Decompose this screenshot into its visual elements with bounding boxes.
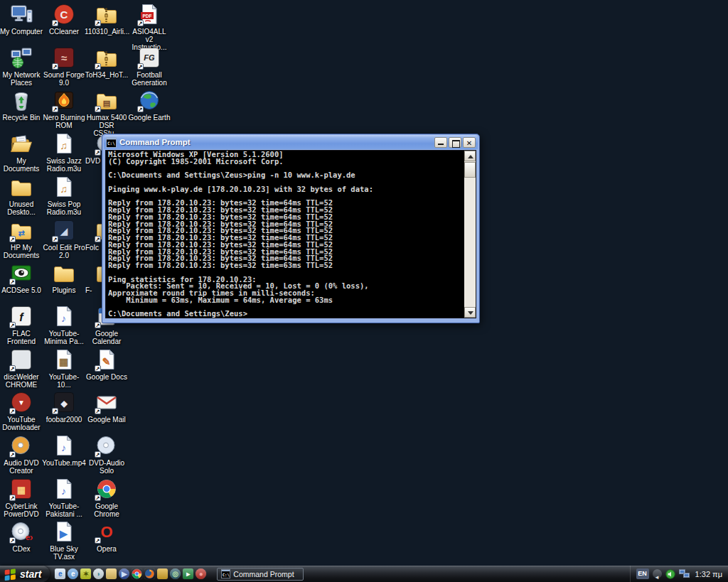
shortcut-arrow-icon: ↗ — [52, 106, 58, 112]
desktop-icon-hp-my-documents[interactable]: ⇄↗ HP My Documents — [0, 219, 43, 259]
scroll-up-button[interactable] — [464, 151, 476, 161]
desktop-icon-label-dvd[interactable]: DVD — [85, 157, 102, 165]
asio4all-v2-instructio-icon: PDF↗ — [138, 3, 161, 26]
scrollbar[interactable] — [464, 151, 476, 318]
sound-forge-9-0-icon: ≈↗ — [53, 46, 75, 69]
svg-text:PDF: PDF — [143, 14, 152, 18]
desktop-icon-google-mail[interactable]: ↗ Google Mail — [85, 391, 128, 424]
shortcut-arrow-icon: ↗ — [95, 20, 101, 26]
desktop-icon-google-earth[interactable]: ↗ Google Earth — [128, 89, 171, 122]
svg-text:♫: ♫ — [60, 183, 68, 195]
winamp-icon[interactable] — [157, 568, 168, 579]
cyberlink-powerdvd-icon: ▦↗ — [10, 478, 33, 500]
close-button[interactable] — [463, 137, 476, 148]
desktop-icon-foobar2000[interactable]: ◆↗ foobar2000 — [43, 391, 85, 424]
desktop-icon-opera[interactable]: O↗ Opera — [85, 520, 128, 553]
desktop-icon-plugins[interactable]: Plugins — [43, 262, 85, 294]
window-controls — [434, 137, 476, 148]
video-app-icon[interactable]: ▸ — [183, 568, 193, 579]
dvd-audio-solo-icon: ↗ — [95, 434, 118, 457]
console-line: (C) Copyright 1985-2001 Microsoft Corp. — [108, 158, 464, 166]
my-documents-icon — [10, 132, 33, 155]
firefox-icon[interactable] — [144, 568, 155, 579]
svg-text:♫: ♫ — [60, 140, 68, 151]
desktop-icon-my-computer[interactable]: My Computer — [0, 3, 43, 36]
desktop-icon-audio-dvd-creator[interactable]: ↗ Audio DVD Creator — [0, 434, 43, 475]
internet-explorer-doc-icon[interactable]: e — [55, 568, 65, 579]
desktop-icon-football-generation[interactable]: FG↗ Football Generation — [128, 46, 171, 87]
desktop-icon-youtube-mp4[interactable]: ♪ YouTube.mp4 — [43, 434, 85, 467]
browser-swirl-icon[interactable]: ◎ — [170, 568, 181, 579]
shortcut-arrow-icon: ↗ — [9, 537, 16, 544]
start-button[interactable]: start — [0, 566, 50, 582]
desktop-icon-google-docs[interactable]: ✎↗ Google Docs — [85, 348, 128, 381]
arrow-up-icon — [468, 155, 473, 158]
desktop-icon-youtube-downloader[interactable]: ▼↗ YouTube Downloader — [0, 391, 43, 431]
console-output[interactable]: Microsoft Windows XP [Version 5.1.2600](… — [106, 151, 464, 318]
window-titlebar[interactable]: C:\ Command Prompt — [104, 135, 478, 149]
taskbar-button-command-prompt[interactable]: C:\ Command Prompt — [217, 568, 304, 581]
desktop-icon-swiss-jazz-radio-m3u[interactable]: ♫ Swiss Jazz Radio.m3u — [43, 132, 85, 173]
desktop-icon-cool-edit-pro-2-0[interactable]: ◢↗ Cool Edit Pro 2.0 — [43, 219, 85, 259]
shortcut-arrow-icon: ↗ — [52, 408, 58, 414]
security-icon[interactable]: ● — [196, 568, 206, 579]
scroll-down-button[interactable] — [464, 307, 476, 318]
internet-explorer-icon[interactable]: e — [68, 568, 78, 579]
scrollbar-thumb[interactable] — [464, 162, 476, 178]
desktop-icon-cdex[interactable]: ex↗ CDex — [0, 520, 43, 553]
google-chrome-icon[interactable] — [132, 568, 142, 579]
shortcut-arrow-icon: ↗ — [137, 63, 144, 70]
desktop-icon-110310-airli[interactable]: ↗ 110310_Airli... — [85, 3, 128, 36]
desktop-icon-sound-forge-9-0[interactable]: ≈↗ Sound Forge 9.0 — [43, 46, 85, 87]
110310-airli-icon: ↗ — [95, 3, 118, 26]
desktop-icon-asio4all-v2-instructio[interactable]: PDF↗ ASIO4ALL v2 Instructio... — [128, 3, 171, 51]
network-icon[interactable] — [679, 569, 690, 578]
desktop-icon-google-chrome[interactable]: ↗ Google Chrome — [85, 478, 128, 518]
window-title: Command Prompt — [119, 138, 432, 146]
desktop-icon-acdsee-5-0[interactable]: ↗ ACDSee 5.0 — [0, 262, 43, 294]
desktop-icon-recycle-bin[interactable]: Recycle Bin — [0, 89, 43, 122]
google-earth-icon: ↗ — [138, 89, 161, 112]
desktop-icon-ccleaner[interactable]: C↗ CCleaner — [43, 3, 85, 36]
desktop-icon-my-documents[interactable]: My Documents — [0, 132, 43, 173]
messenger-icon[interactable]: ✶ — [80, 568, 91, 579]
desktop-icon-discwelder-chrome[interactable]: ↗ discWelder CHROME — [0, 348, 43, 389]
maximize-button[interactable] — [449, 137, 461, 148]
taskbar-clock[interactable]: 1:32 πμ — [695, 570, 722, 578]
desktop-icon-youtube-pakistani[interactable]: ♪ YouTube-Pakistani ... — [43, 478, 85, 518]
audio-dvd-creator-icon: ↗ — [10, 434, 33, 457]
svg-text:FG: FG — [144, 53, 155, 62]
minimize-button[interactable] — [434, 137, 447, 148]
desktop-icon-label-f[interactable]: F- — [85, 286, 102, 294]
desktop-icon-nero-burning-rom[interactable]: ↗ Nero Burning ROM — [43, 89, 85, 129]
desktop-icon-humax-5400-dsr-csstu[interactable]: ▤↗ Humax 5400 DSR CSStu... — [85, 89, 128, 137]
svg-text:♪: ♪ — [61, 313, 66, 324]
shortcut-arrow-icon: ↗ — [9, 322, 16, 328]
svg-text:♪: ♪ — [61, 442, 66, 453]
volume-icon[interactable] — [665, 569, 675, 579]
desktop-icon-flac-frontend[interactable]: f↗ FLAC Frontend — [0, 305, 43, 345]
desktop-icon-label-folc[interactable]: Folc — [85, 244, 102, 252]
msn-icon[interactable]: ◗ — [93, 568, 104, 579]
desktop-icon-blue-sky-tv-asx[interactable]: ▶ Blue Sky TV.asx — [43, 520, 85, 561]
desktop-icon-unused-deskto[interactable]: Unused Deskto... — [0, 176, 43, 216]
media-player-icon[interactable]: ▶ — [119, 568, 129, 579]
shortcut-arrow-icon: ↗ — [137, 106, 144, 112]
flac-frontend-icon: f↗ — [10, 305, 33, 328]
desktop-icon-my-network-places[interactable]: My Network Places — [0, 46, 43, 87]
toh34-hot-icon: ↗ — [95, 46, 118, 69]
desktop-icon-youtube-minima-pa[interactable]: ♪ YouTube-Minima Pa... — [43, 305, 85, 345]
desktop-icon-swiss-pop-radio-m3u[interactable]: ♫ Swiss Pop Radio.m3u — [43, 176, 85, 216]
language-indicator[interactable]: EN — [636, 568, 649, 579]
svg-text:◢: ◢ — [60, 225, 68, 236]
windows-logo-icon — [4, 567, 17, 581]
desktop-icon-youtube-10[interactable]: ▦ YouTube-10... — [43, 348, 85, 389]
my-computer-icon — [10, 3, 33, 26]
desktop-icon-toh34-hot[interactable]: ↗ ToH34_HoT... — [85, 46, 128, 79]
google-chrome-icon: ↗ — [95, 478, 118, 500]
search-folder-icon[interactable] — [106, 568, 117, 579]
discwelder-chrome-icon: ↗ — [10, 348, 33, 371]
desktop-icon-dvd-audio-solo[interactable]: ↗ DVD-Audio Solo — [85, 434, 128, 475]
chevron-left-icon[interactable] — [653, 569, 662, 578]
desktop-icon-cyberlink-powerdvd[interactable]: ▦↗ CyberLink PowerDVD — [0, 478, 43, 518]
